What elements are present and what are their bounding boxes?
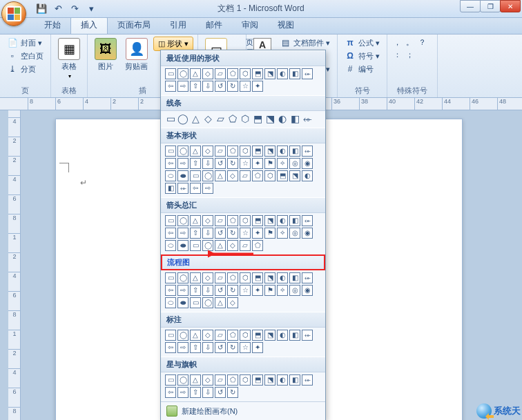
shape-item[interactable]: ↻ xyxy=(227,81,238,92)
shape-item[interactable]: ⇨ xyxy=(177,228,188,239)
shape-item[interactable]: ✦ xyxy=(252,342,263,353)
shape-item[interactable]: ▱ xyxy=(215,113,226,124)
shape-item[interactable]: ▱ xyxy=(215,374,226,386)
page-break-button[interactable]: ⤓分页 xyxy=(4,63,46,75)
shape-item[interactable]: ⇨ xyxy=(177,342,188,353)
shape-item[interactable]: ◧ xyxy=(289,272,300,283)
shape-item[interactable]: ▱ xyxy=(215,146,226,157)
shape-item[interactable]: ◎ xyxy=(289,285,300,296)
shape-item[interactable]: ▭ xyxy=(190,170,201,181)
shape-item[interactable]: ⬰ xyxy=(177,183,188,194)
close-button[interactable]: ✕ xyxy=(500,0,521,12)
shape-item[interactable]: ◇ xyxy=(202,272,213,283)
shape-item[interactable]: ◯ xyxy=(177,215,188,226)
shape-item[interactable]: ◉ xyxy=(302,158,313,169)
shape-item[interactable]: △ xyxy=(190,146,201,157)
shape-item[interactable]: ⬒ xyxy=(252,330,263,341)
shape-item[interactable]: ⇦ xyxy=(165,228,176,239)
shape-item[interactable]: ◯ xyxy=(177,113,188,124)
qat-more-icon[interactable]: ▾ xyxy=(84,2,98,16)
shape-item[interactable]: ⬬ xyxy=(177,297,188,308)
shape-item[interactable]: ▭ xyxy=(165,330,176,341)
shape-item[interactable]: ◯ xyxy=(177,330,188,341)
shape-item[interactable]: ⬭ xyxy=(165,240,176,251)
shape-item[interactable]: ⇧ xyxy=(190,158,201,169)
shape-item[interactable]: ⇦ xyxy=(165,285,176,296)
shape-item[interactable]: ⬠ xyxy=(227,272,238,283)
shape-item[interactable]: ⬔ xyxy=(264,374,276,386)
tab-references[interactable]: 引用 xyxy=(160,17,196,34)
shape-item[interactable]: ⬔ xyxy=(264,113,276,124)
shape-item[interactable]: ☆ xyxy=(240,285,251,296)
shape-item[interactable]: ⬬ xyxy=(177,240,188,251)
shape-item[interactable]: ◎ xyxy=(289,158,300,169)
equation-button[interactable]: π公式 ▾ xyxy=(342,37,383,49)
shape-item[interactable]: ⇨ xyxy=(177,387,188,398)
minimize-button[interactable]: — xyxy=(460,0,481,12)
shape-item[interactable]: ⇧ xyxy=(190,387,201,398)
shape-item[interactable]: ◧ xyxy=(289,330,300,341)
number-button[interactable]: #编号 xyxy=(342,63,383,75)
shape-item[interactable]: ⬔ xyxy=(264,215,276,226)
shape-item[interactable]: ↻ xyxy=(227,285,238,296)
shape-item[interactable]: ◯ xyxy=(202,170,213,181)
shape-item[interactable]: ⬡ xyxy=(240,68,251,79)
shape-item[interactable]: ◐ xyxy=(302,170,313,181)
blank-page-button[interactable]: ▫空白页 xyxy=(4,50,46,62)
shape-item[interactable]: ↺ xyxy=(215,158,226,169)
shape-item[interactable]: ◯ xyxy=(177,272,188,283)
shape-item[interactable]: ⬡ xyxy=(240,272,251,283)
shape-item[interactable]: △ xyxy=(190,215,201,226)
shape-item[interactable]: ⇦ xyxy=(190,183,201,194)
shape-item[interactable]: ◉ xyxy=(302,228,313,239)
shape-item[interactable]: ☆ xyxy=(240,158,251,169)
shape-item[interactable]: ⬔ xyxy=(264,330,276,341)
shape-item[interactable]: ◐ xyxy=(277,330,288,341)
shape-item[interactable]: ⬠ xyxy=(227,374,238,386)
shape-item[interactable]: △ xyxy=(190,113,201,124)
shape-item[interactable]: ⬒ xyxy=(252,68,263,79)
undo-icon[interactable]: ↶ xyxy=(51,2,65,16)
shape-item[interactable]: ⬰ xyxy=(302,272,313,283)
shape-item[interactable]: ▭ xyxy=(165,374,176,386)
new-canvas-button[interactable]: 新建绘图画布(N) xyxy=(161,401,325,420)
shape-item[interactable]: ◐ xyxy=(277,68,288,79)
shape-item[interactable]: ✧ xyxy=(277,285,288,296)
shape-item[interactable]: △ xyxy=(190,330,201,341)
shape-item[interactable]: ⇧ xyxy=(190,81,201,92)
shape-item[interactable]: ▭ xyxy=(165,146,176,157)
special-char-button[interactable]: 。 xyxy=(404,37,416,48)
special-char-button[interactable]: ？ xyxy=(416,37,428,48)
shape-item[interactable]: ◐ xyxy=(277,146,288,157)
shape-item[interactable]: ▭ xyxy=(165,113,176,124)
shape-item[interactable]: ⇦ xyxy=(165,158,176,169)
shape-item[interactable]: ◇ xyxy=(202,68,213,79)
shape-item[interactable]: ↻ xyxy=(227,228,238,239)
shape-item[interactable]: ◇ xyxy=(202,215,213,226)
shape-item[interactable]: ⬭ xyxy=(165,297,176,308)
shape-item[interactable]: ⬔ xyxy=(289,170,300,181)
cover-page-button[interactable]: 📄封面 ▾ xyxy=(4,37,46,49)
shape-item[interactable]: ↻ xyxy=(227,387,238,398)
shape-item[interactable]: ◯ xyxy=(202,297,213,308)
shape-item[interactable]: ✦ xyxy=(252,285,263,296)
shape-item[interactable]: ◐ xyxy=(277,272,288,283)
save-icon[interactable]: 💾 xyxy=(35,2,48,16)
shape-item[interactable]: ⇦ xyxy=(165,387,176,398)
vertical-ruler[interactable]: 42246812468124681 xyxy=(8,110,21,420)
shape-item[interactable]: ↺ xyxy=(215,228,226,239)
shape-item[interactable]: ☆ xyxy=(240,342,251,353)
shape-item[interactable]: ◎ xyxy=(289,228,300,239)
shape-item[interactable]: ⬠ xyxy=(227,113,238,124)
shape-item[interactable]: ⬰ xyxy=(302,146,313,157)
shape-item[interactable]: ⇩ xyxy=(202,228,213,239)
shape-item[interactable]: ◇ xyxy=(202,146,213,157)
shape-item[interactable]: ↺ xyxy=(215,285,226,296)
shape-item[interactable]: ◐ xyxy=(277,113,288,124)
shape-item[interactable]: ⬰ xyxy=(302,68,313,79)
shape-item[interactable]: ⬡ xyxy=(264,170,276,181)
clipart-button[interactable]: 👤剪贴画 xyxy=(122,37,151,73)
shapes-button[interactable]: ◫形状 ▾ xyxy=(153,37,193,51)
shape-item[interactable]: ⇧ xyxy=(190,285,201,296)
shape-item[interactable]: ⇩ xyxy=(202,158,213,169)
